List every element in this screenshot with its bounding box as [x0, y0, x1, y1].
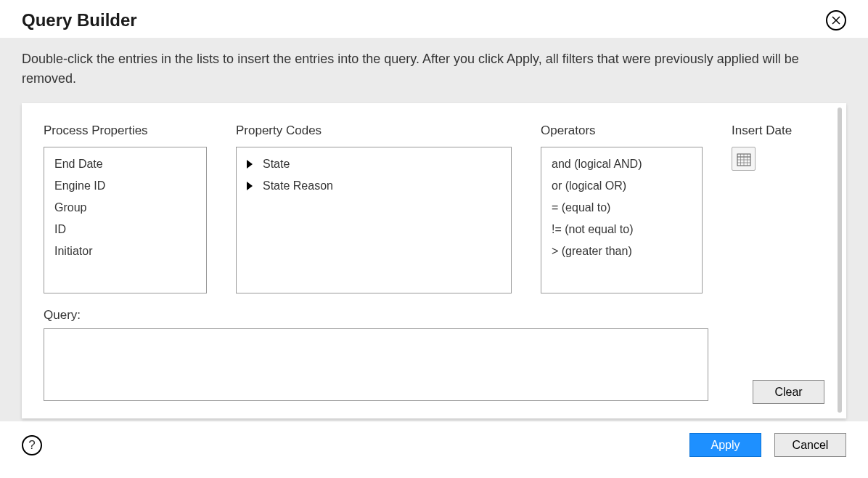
tree-item[interactable]: State — [237, 153, 511, 175]
list-item[interactable]: Engine ID — [44, 175, 206, 197]
list-item[interactable]: and (logical AND) — [541, 153, 702, 175]
process-properties-list[interactable]: End Date Engine ID Group ID Initiator — [44, 147, 207, 293]
list-item[interactable]: Initiator — [44, 240, 206, 262]
caret-right-icon — [247, 182, 253, 190]
tree-item-label: State Reason — [263, 179, 333, 193]
list-item[interactable] — [541, 262, 702, 284]
caret-right-icon — [247, 160, 253, 169]
list-item[interactable]: or (logical OR) — [541, 175, 702, 197]
builder-panel: Process Properties End Date Engine ID Gr… — [22, 103, 846, 418]
list-item[interactable]: = (equal to) — [541, 197, 702, 219]
list-item[interactable] — [44, 262, 206, 284]
process-properties-header: Process Properties — [44, 123, 207, 138]
apply-button[interactable]: Apply — [689, 433, 761, 457]
list-item[interactable]: > (greater than) — [541, 240, 702, 262]
query-label: Query: — [44, 308, 726, 323]
instructions-text: Double-click the entries in the lists to… — [22, 49, 846, 89]
close-button[interactable] — [826, 10, 846, 31]
insert-date-button[interactable] — [732, 147, 756, 171]
list-item[interactable]: End Date — [44, 153, 206, 175]
query-input[interactable] — [44, 328, 708, 401]
property-codes-header: Property Codes — [236, 123, 512, 138]
page-title: Query Builder — [22, 10, 137, 31]
property-codes-list[interactable]: State State Reason — [236, 147, 512, 293]
insert-date-header: Insert Date — [732, 123, 804, 138]
tree-item-label: State — [263, 158, 290, 171]
panel-scrollbar[interactable] — [838, 108, 842, 413]
cancel-button[interactable]: Cancel — [774, 433, 846, 457]
close-icon — [832, 16, 840, 25]
list-item[interactable]: Group — [44, 197, 206, 219]
help-button[interactable]: ? — [22, 435, 42, 455]
tree-item[interactable]: State Reason — [237, 175, 511, 197]
list-item[interactable]: ID — [44, 219, 206, 240]
clear-button[interactable]: Clear — [753, 380, 824, 404]
operators-header: Operators — [541, 123, 703, 138]
help-icon: ? — [28, 438, 35, 453]
operators-list[interactable]: and (logical AND) or (logical OR) = (equ… — [541, 147, 703, 293]
list-item[interactable]: != (not equal to) — [541, 219, 702, 240]
calendar-icon — [737, 152, 751, 166]
